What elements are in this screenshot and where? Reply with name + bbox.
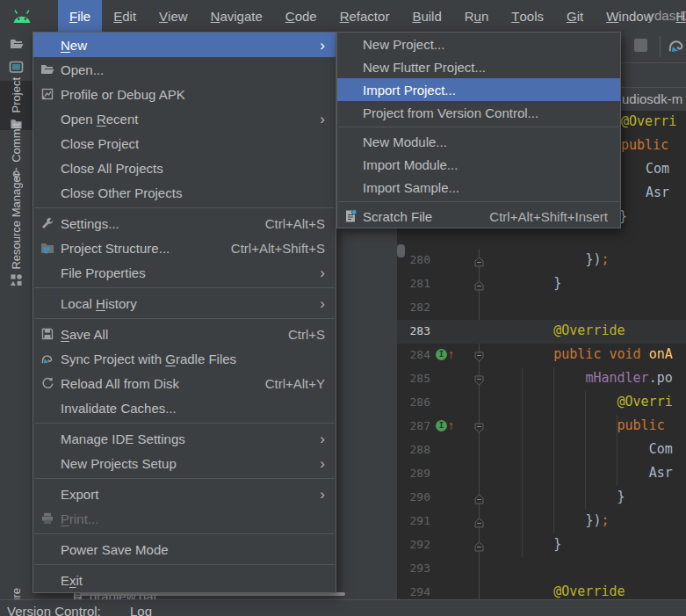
code-text: public	[490, 417, 673, 433]
menubar-item-tools[interactable]: Tools	[500, 0, 555, 32]
line-number: 282	[397, 301, 430, 314]
menu-shortcut: Ctrl+Alt+Shift+S	[231, 241, 325, 256]
menu-item-import-module[interactable]: Import Module...	[337, 153, 620, 176]
menu-item-invalidate-caches[interactable]: Invalidate Caches...	[33, 395, 336, 420]
menu-separator	[34, 318, 335, 319]
menu-item-new-projects-setup[interactable]: New Projects Setup›	[33, 451, 336, 475]
statusbar: Version Control: Log	[0, 599, 686, 616]
menu-item-label: Settings...	[61, 216, 119, 231]
menu-item-local-history[interactable]: Local History›	[33, 291, 336, 315]
editor-line-282: 282	[397, 296, 686, 320]
line-number: 292	[397, 538, 430, 551]
menu-item-print[interactable]: Print...	[33, 506, 336, 531]
menu-item-power-save-mode[interactable]: Power Save Mode	[33, 537, 336, 562]
project-structure-icon	[40, 241, 61, 255]
implements-method-icon[interactable]: I↑	[436, 419, 454, 431]
menubar-item-view[interactable]: View	[148, 0, 199, 32]
menubar-item-build[interactable]: Build	[401, 0, 452, 32]
menu-item-label: New Module...	[363, 134, 447, 149]
menu-item-label: New	[61, 38, 87, 53]
menubar-item-refactor[interactable]: Refactor	[329, 0, 401, 32]
menu-shortcut: Ctrl+Alt+S	[265, 216, 325, 231]
editor-line-291: 291 });	[397, 510, 686, 533]
line-number: 290	[397, 490, 430, 504]
fold-end-icon[interactable]	[474, 255, 484, 271]
tool-window-tab-resource-manager[interactable]: Resource Manager	[0, 178, 32, 285]
menu-item-label: Project Structure...	[61, 241, 170, 256]
code-fragment: @Overri	[621, 113, 676, 129]
menu-item-label: Manage IDE Settings	[61, 431, 185, 446]
menubar-item-file[interactable]: File	[58, 0, 102, 32]
menu-separator	[338, 127, 619, 127]
menu-item-exit[interactable]: Exit	[33, 568, 336, 592]
menu-item-close-other-projects[interactable]: Close Other Projects	[33, 180, 336, 205]
menu-item-file-properties[interactable]: File Properties›	[33, 260, 336, 285]
menu-item-reload-all-from-disk[interactable]: Reload All from DiskCtrl+Alt+Y	[33, 371, 336, 395]
menu-item-close-project[interactable]: Close Project	[33, 131, 336, 156]
menu-item-new-module[interactable]: New Module...	[337, 130, 620, 153]
menubar-item-run[interactable]: Run	[453, 0, 501, 32]
code-text: }	[490, 536, 561, 552]
scrollbar-thumb[interactable]	[397, 244, 405, 257]
open-folder-icon	[40, 62, 61, 76]
open-folder-icon[interactable]	[0, 37, 32, 51]
menu-item-manage-ide-settings[interactable]: Manage IDE Settings›	[33, 426, 336, 451]
menubar-item-edit[interactable]: Edit	[102, 0, 148, 32]
menu-item-label: Import Project...	[363, 83, 456, 98]
breadcrumb[interactable]: udiosdk-m	[622, 91, 682, 106]
log-tab[interactable]: Log	[130, 604, 152, 616]
menu-item-new-flutter-project[interactable]: New Flutter Project...	[337, 55, 620, 78]
fold-end-icon[interactable]	[474, 516, 484, 532]
menu-item-new-project[interactable]: New Project...	[337, 33, 620, 55]
stop-icon[interactable]	[634, 39, 647, 52]
menu-item-profile-or-debug-apk[interactable]: Profile or Debug APK	[33, 82, 336, 106]
tool-window-tab-label: Resource Manager	[10, 172, 23, 270]
code-text: @Override	[490, 322, 625, 338]
menu-item-open[interactable]: Open...	[33, 57, 336, 82]
window-title: ydasrD	[647, 8, 686, 23]
fold-start-icon[interactable]	[474, 421, 484, 437]
menu-item-import-project[interactable]: Import Project...	[337, 78, 620, 101]
menu-item-sync-project-with-gradle-files[interactable]: Sync Project with Gradle Files	[33, 346, 336, 371]
fold-start-icon[interactable]	[474, 373, 484, 389]
menu-item-import-sample[interactable]: Import Sample...	[337, 176, 620, 199]
tool-window-tab-commit[interactable]: Commit	[0, 130, 32, 178]
running-devices-icon[interactable]	[0, 61, 32, 74]
code-text: }	[490, 275, 561, 291]
menu-item-project-structure[interactable]: Project Structure...Ctrl+Alt+Shift+S	[33, 236, 336, 260]
menu-item-label: Sync Project with Gradle Files	[61, 351, 236, 366]
fold-start-icon[interactable]	[474, 350, 484, 366]
menubar-item-navigate[interactable]: Navigate	[199, 0, 274, 32]
implements-method-icon[interactable]: I↑	[436, 348, 454, 360]
code-text: mHandler.po	[490, 370, 673, 386]
reload-icon	[40, 376, 61, 390]
file-menu-popup: New›Open...Profile or Debug APKOpen Rece…	[32, 32, 336, 593]
tool-window-tab-label: Commit	[10, 123, 23, 163]
menubar-item-code[interactable]: Code	[274, 0, 329, 32]
gradle-sync-icon	[40, 351, 61, 366]
menu-item-label: Close All Projects	[61, 161, 163, 176]
fold-end-icon[interactable]	[474, 279, 484, 294]
gradle-sync-icon[interactable]	[668, 37, 684, 57]
menu-item-label: Local History	[61, 296, 137, 311]
menu-item-open-recent[interactable]: Open Recent›	[33, 106, 336, 131]
menu-item-new[interactable]: New›	[33, 33, 336, 57]
editor-line-294: 294 @Override	[397, 581, 686, 599]
menu-item-project-from-version-control[interactable]: Project from Version Control...	[337, 101, 620, 124]
menu-item-export[interactable]: Export›	[33, 482, 336, 506]
fold-end-icon[interactable]	[474, 540, 484, 555]
code-text: });	[490, 512, 609, 528]
menu-item-settings[interactable]: Settings...Ctrl+Alt+S	[33, 211, 336, 236]
code-text: public void onA	[490, 346, 673, 362]
menu-item-scratch-file[interactable]: Scratch FileCtrl+Alt+Shift+Insert	[337, 205, 620, 228]
menubar-item-git[interactable]: Git	[555, 0, 595, 32]
menu-item-label: New Projects Setup	[61, 456, 177, 471]
fold-end-icon[interactable]	[474, 492, 484, 508]
menu-item-label: Import Module...	[363, 157, 458, 172]
menu-item-close-all-projects[interactable]: Close All Projects	[33, 156, 336, 180]
menu-separator	[34, 478, 335, 479]
toolbar-separator	[660, 36, 661, 57]
code-fragment: Asr	[646, 185, 669, 200]
menu-item-save-all[interactable]: Save AllCtrl+S	[33, 322, 336, 346]
menu-item-label: File Properties	[61, 265, 146, 280]
